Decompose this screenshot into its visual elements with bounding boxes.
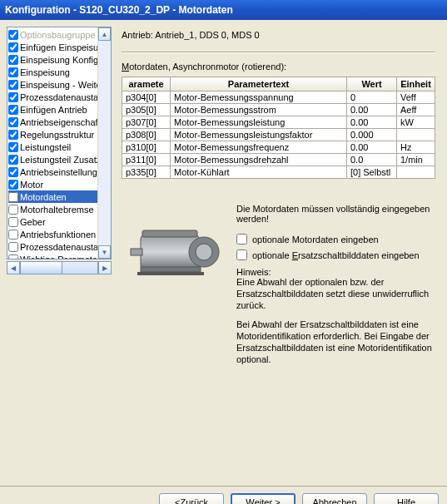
tree-item[interactable]: Motordaten [8, 190, 105, 203]
tree-checkbox[interactable] [8, 242, 18, 252]
cell-text[interactable]: Motor-Bemessungsstrom [171, 104, 347, 116]
tree-checkbox[interactable] [8, 42, 18, 52]
tree-checkbox[interactable] [8, 117, 18, 127]
tree-item[interactable]: Einfügen Antrieb [8, 103, 105, 116]
tree-checkbox[interactable] [8, 67, 18, 77]
cell-value[interactable]: 0 [347, 91, 397, 104]
cell-value[interactable]: 0.0 [347, 154, 397, 166]
cell-param[interactable]: p310[0] [122, 141, 171, 154]
tree-checkbox[interactable] [8, 80, 18, 90]
cell-text[interactable]: Motor-Bemessungsleistung [171, 116, 347, 129]
cell-param[interactable]: p305[0] [122, 104, 171, 116]
cell-param[interactable]: p304[0] [122, 91, 171, 104]
cell-value[interactable]: 0.00 [347, 116, 397, 129]
tree-item[interactable]: Optionsbaugruppe [8, 28, 105, 41]
table-row[interactable]: p308[0]Motor-Bemessungsleistungsfaktor0.… [122, 129, 435, 141]
tree-checkbox[interactable] [8, 205, 18, 215]
tree-item[interactable]: Geber [8, 215, 105, 228]
cell-param[interactable]: p307[0] [122, 116, 171, 129]
cell-text[interactable]: Motor-Kühlart [171, 166, 347, 179]
cell-param[interactable]: p335[0] [122, 166, 171, 179]
tree-item[interactable]: Einfügen Einspeisu [8, 41, 105, 53]
optional-ersatz-checkbox[interactable] [236, 250, 247, 260]
table-row[interactable]: p307[0]Motor-Bemessungsleistung0.00kW [122, 116, 435, 129]
table-row[interactable]: p305[0]Motor-Bemessungsstrom0.00Aeff [122, 104, 435, 116]
tree-item[interactable]: Regelungsstruktur [8, 128, 105, 141]
tree-item[interactable]: Einspeisung [8, 66, 105, 78]
table-row[interactable]: p335[0]Motor-Kühlart[0] Selbstl [122, 166, 435, 179]
cell-unit[interactable]: kW [397, 116, 435, 129]
parameter-table[interactable]: aramete Parametertext Wert Einheit p304[… [122, 77, 435, 179]
tree-item[interactable]: Prozessdatenausta [8, 240, 105, 253]
tree-checkbox[interactable] [8, 130, 18, 140]
scroll-left-icon[interactable]: ◀ [7, 261, 20, 274]
tree-item[interactable]: Leistungsteil [8, 141, 105, 153]
tree-checkbox[interactable] [8, 217, 18, 227]
scroll-right-icon[interactable]: ▶ [98, 261, 112, 274]
cell-param[interactable]: p308[0] [122, 129, 171, 141]
cell-unit[interactable] [397, 129, 435, 141]
tree-vscroll[interactable]: ▲ ▼ [97, 27, 111, 259]
scroll-track[interactable] [98, 41, 111, 245]
cell-text[interactable]: Motor-Bemessungsdrehzahl [171, 154, 347, 166]
next-button[interactable]: Weiter > [231, 493, 296, 504]
table-row[interactable]: p310[0]Motor-Bemessungsfrequenz0.00Hz [122, 141, 435, 154]
cancel-button[interactable]: Abbrechen [302, 493, 367, 504]
tree-checkbox[interactable] [8, 192, 18, 202]
scroll-down-icon[interactable]: ▼ [98, 245, 111, 259]
tree-checkbox[interactable] [8, 105, 18, 115]
tree-item-label: Antriebseigenschaf [20, 117, 98, 127]
help-button[interactable]: Hilfe [374, 493, 439, 504]
th-text[interactable]: Parametertext [171, 77, 347, 91]
tree-item[interactable]: Antriebseinstellung [8, 166, 105, 178]
tree-item-label: Einspeisung - Weite [20, 80, 102, 90]
tree-item[interactable]: Einspeisung - Weite [8, 78, 105, 91]
cell-unit[interactable] [397, 166, 435, 179]
tree-item[interactable]: Wichtige Paramete [8, 253, 105, 259]
nav-tree[interactable]: OptionsbaugruppeEinfügen EinspeisuEinspe… [7, 27, 112, 259]
cell-text[interactable]: Motor-Bemessungsfrequenz [171, 141, 347, 154]
tree-item[interactable]: Motor [8, 178, 105, 190]
check-optional-ersatz[interactable]: optionale Ersatzschaltbilddaten eingeben [236, 250, 435, 260]
cell-param[interactable]: p311[0] [122, 154, 171, 166]
tree-item[interactable]: Antriebsfunktionen [8, 228, 105, 240]
optional-motordata-checkbox[interactable] [236, 234, 247, 245]
tree-checkbox[interactable] [8, 155, 18, 165]
th-param[interactable]: aramete [122, 77, 171, 91]
tree-checkbox[interactable] [8, 142, 18, 152]
th-unit[interactable]: Einheit [397, 77, 435, 91]
hscroll-thumb[interactable] [21, 262, 62, 274]
divider [122, 52, 435, 53]
cell-value[interactable]: 0.00 [347, 104, 397, 116]
tree-item[interactable]: Antriebseigenschaf [8, 116, 105, 128]
tree-item[interactable]: Prozessdatenausta [8, 91, 105, 103]
cell-value[interactable]: 0.000 [347, 129, 397, 141]
cell-unit[interactable]: 1/min [397, 154, 435, 166]
tree-checkbox[interactable] [8, 230, 18, 240]
tree-item[interactable]: Einspeisung Konfig [8, 53, 105, 66]
tree-checkbox[interactable] [8, 92, 18, 102]
tree-item[interactable]: Motorhaltebremse [8, 203, 105, 215]
table-row[interactable]: p304[0]Motor-Bemessungsspannung0Veff [122, 91, 435, 104]
cell-value[interactable]: [0] Selbstl [347, 166, 397, 179]
th-value[interactable]: Wert [347, 77, 397, 91]
tree-checkbox[interactable] [8, 55, 18, 65]
hscroll-track[interactable] [20, 261, 98, 274]
table-row[interactable]: p311[0]Motor-Bemessungsdrehzahl0.01/min [122, 154, 435, 166]
tree-checkbox[interactable] [8, 254, 18, 259]
tree-item[interactable]: Leistungsteil Zusatz [8, 153, 105, 166]
cell-unit[interactable]: Hz [397, 141, 435, 154]
cell-text[interactable]: Motor-Bemessungsleistungsfaktor [171, 129, 347, 141]
tree-checkbox[interactable] [8, 180, 18, 190]
tree-item-label: Antriebsfunktionen [20, 230, 96, 240]
back-button[interactable]: < Zurück [159, 493, 224, 504]
tree-checkbox[interactable] [8, 30, 18, 40]
tree-checkbox[interactable] [8, 167, 18, 177]
cell-unit[interactable]: Veff [397, 91, 435, 104]
cell-text[interactable]: Motor-Bemessungsspannung [171, 91, 347, 104]
check-optional-motordata[interactable]: optionale Motordaten eingeben [236, 234, 435, 245]
cell-unit[interactable]: Aeff [397, 104, 435, 116]
tree-hscroll[interactable]: ◀ ▶ [7, 261, 112, 274]
cell-value[interactable]: 0.00 [347, 141, 397, 154]
scroll-up-icon[interactable]: ▲ [98, 27, 111, 41]
